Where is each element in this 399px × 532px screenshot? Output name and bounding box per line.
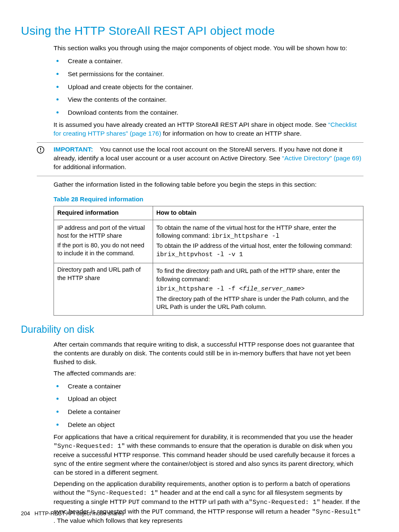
list-item: Upload an object [64, 394, 363, 403]
section1-bullets: Create a container. Set permissions for … [54, 56, 363, 118]
list-item: Create a container. [64, 56, 363, 66]
code: ibrix_httpshare -l [212, 233, 279, 240]
th-how-to-obtain: How to obtain [153, 206, 363, 220]
table-header-row: Required information How to obtain [54, 206, 363, 220]
paragraph: The affected commands are: [54, 369, 363, 378]
text: command to the HTTP url path with a [140, 498, 249, 505]
code: "Sync-Result" [312, 509, 361, 516]
code: PUT [128, 499, 140, 506]
list-item: Set permissions for the container. [64, 69, 363, 79]
code-line: ibrix_httpshare -l -f <file_server_name> [156, 285, 360, 293]
section1-assumed: It is assumed you have already created a… [54, 121, 363, 138]
text: The directory path of the HTTP share is … [156, 295, 360, 311]
gather-info-line: Gather the information listed in the fol… [54, 180, 363, 189]
text: To obtain the name of the virtual host f… [156, 224, 360, 241]
heading-durability: Durability on disk [21, 323, 363, 336]
heading-using-http-storeall: Using the HTTP StoreAll REST API object … [21, 23, 363, 39]
cell-required-info: IP address and port of the virtual host … [54, 220, 153, 263]
code: "Sync-Requested: 1" [54, 443, 125, 450]
required-info-table: Required information How to obtain IP ad… [54, 206, 363, 316]
important-body: IMPORTANT: You cannot use the local root… [54, 145, 363, 172]
list-item: Create a container [64, 381, 363, 391]
code: "Sync-Requested: 1" [249, 499, 320, 506]
list-item: Download contents from the container. [64, 108, 363, 117]
cell-how-to-obtain: To obtain the name of the virtual host f… [153, 220, 363, 263]
text: If the port is 80, you do not need to in… [57, 242, 149, 258]
paragraph: Depending on the application durability … [54, 480, 363, 525]
text: To obtain the IP address of the virtual … [156, 242, 360, 259]
active-directory-link[interactable]: “Active Directory” (page 69) [282, 154, 362, 162]
text: IP address and port of the virtual host … [57, 224, 149, 240]
list-item: Upload and create objects for the contai… [64, 82, 363, 92]
important-label: IMPORTANT: [54, 146, 93, 153]
section1-intro: This section walks you through using the… [54, 44, 363, 53]
code: "Sync-Requested: 1" [87, 490, 158, 497]
list-item: Delete a container [64, 407, 363, 416]
table-caption: Table 28 Required information [54, 195, 363, 203]
text: for information on how to create an HTTP… [161, 130, 302, 137]
text: for additional information. [54, 163, 126, 170]
table-row: IP address and port of the virtual host … [54, 220, 363, 263]
code-arg: <file_server_name> [239, 285, 305, 292]
code: PUT [152, 509, 163, 516]
section1-body: This section walks you through using the… [54, 44, 363, 138]
footer-title: HTTP-REST API object mode shares [35, 510, 124, 517]
th-required-info: Required information [54, 206, 153, 220]
page-footer: 204 HTTP-REST API object mode shares [21, 510, 124, 517]
text: It is assumed you have already created a… [54, 121, 328, 128]
list-item: View the contents of the container. [64, 95, 363, 104]
section2-bullets: Create a container Upload an object Dele… [54, 381, 363, 430]
cell-how-to-obtain: To find the directory path and URL path … [153, 263, 363, 316]
section2-body: After certain commands that require writ… [54, 340, 363, 525]
svg-rect-2 [40, 151, 41, 152]
important-icon [37, 145, 54, 154]
paragraph: For applications that have a critical re… [54, 433, 363, 477]
page-number: 204 [21, 510, 30, 517]
svg-rect-1 [40, 148, 41, 150]
text: . The value which follows that key repre… [54, 517, 182, 524]
text: To find the directory path and URL path … [156, 267, 360, 283]
code: ibrix_httpvhost -l -v 1 [156, 251, 243, 258]
text: For applications that have a critical re… [54, 433, 353, 440]
list-item: Delete an object [64, 420, 363, 429]
text: command, the HTTP response will return a… [163, 508, 312, 515]
paragraph: After certain commands that require writ… [54, 340, 363, 367]
text: To obtain the IP address of the virtual … [156, 242, 352, 249]
cell-required-info: Directory path and URL path of the HTTP … [54, 263, 153, 316]
important-note: IMPORTANT: You cannot use the local root… [37, 142, 363, 176]
code: ibrix_httpshare -l -f [156, 285, 239, 293]
table-row: Directory path and URL path of the HTTP … [54, 263, 363, 316]
